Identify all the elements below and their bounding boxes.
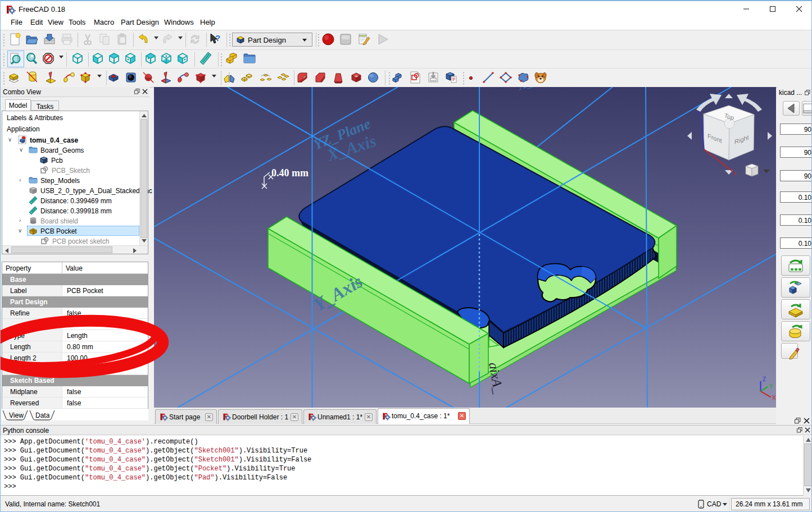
svg-text:Y: Y: [769, 383, 773, 390]
svg-text:Data: Data: [35, 412, 50, 419]
svg-text:View: View: [9, 412, 24, 419]
svg-text:0.40 mm: 0.40 mm: [271, 167, 309, 179]
svg-text:X: X: [772, 395, 776, 401]
svg-text:z: z: [697, 110, 700, 116]
svg-text:x: x: [733, 170, 736, 176]
svg-text:?: ?: [215, 33, 220, 43]
svg-text:Z: Z: [763, 376, 766, 382]
